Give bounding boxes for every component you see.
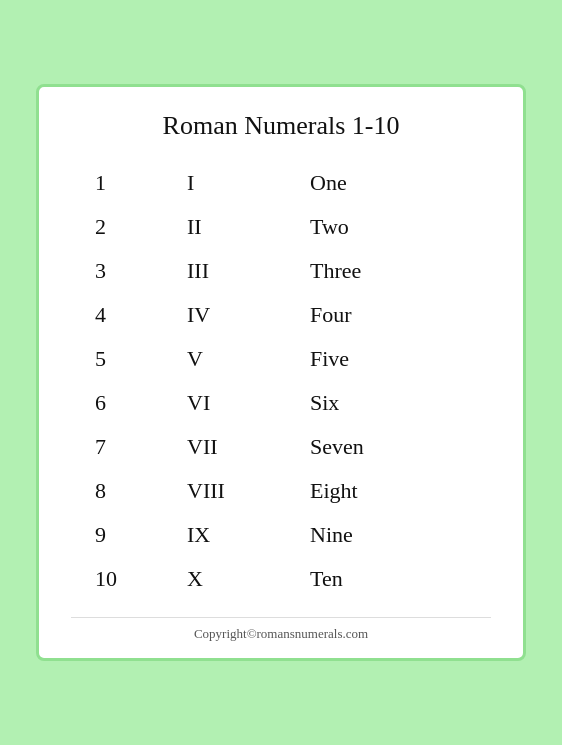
numeral-number: 4 [71,293,155,337]
numeral-roman: X [155,557,302,601]
table-row: 5VFive [71,337,491,381]
footer: Copyright©romansnumerals.com [71,617,491,642]
table-row: 3IIIThree [71,249,491,293]
table-row: 8VIIIEight [71,469,491,513]
numeral-word: Ten [302,557,491,601]
numeral-number: 7 [71,425,155,469]
numeral-number: 3 [71,249,155,293]
numeral-roman: II [155,205,302,249]
numeral-roman: III [155,249,302,293]
numeral-number: 1 [71,161,155,205]
numeral-number: 10 [71,557,155,601]
numerals-table: 1IOne2IITwo3IIIThree4IVFour5VFive6VISix7… [71,161,491,601]
numeral-number: 6 [71,381,155,425]
table-row: 7VIISeven [71,425,491,469]
numeral-number: 8 [71,469,155,513]
table-row: 10XTen [71,557,491,601]
table-row: 1IOne [71,161,491,205]
numeral-roman: VIII [155,469,302,513]
numeral-roman: V [155,337,302,381]
numeral-word: Seven [302,425,491,469]
numeral-word: Three [302,249,491,293]
numeral-word: Two [302,205,491,249]
page-title: Roman Numerals 1-10 [71,111,491,141]
card: Roman Numerals 1-10 1IOne2IITwo3IIIThree… [36,84,526,661]
numeral-number: 5 [71,337,155,381]
numeral-word: Five [302,337,491,381]
numeral-word: Nine [302,513,491,557]
numeral-roman: I [155,161,302,205]
numeral-roman: IX [155,513,302,557]
numeral-number: 2 [71,205,155,249]
table-row: 2IITwo [71,205,491,249]
numeral-roman: VII [155,425,302,469]
numeral-word: Eight [302,469,491,513]
numeral-word: One [302,161,491,205]
numeral-word: Six [302,381,491,425]
table-row: 6VISix [71,381,491,425]
numeral-roman: VI [155,381,302,425]
numeral-word: Four [302,293,491,337]
numeral-number: 9 [71,513,155,557]
numeral-roman: IV [155,293,302,337]
table-row: 9IXNine [71,513,491,557]
table-row: 4IVFour [71,293,491,337]
